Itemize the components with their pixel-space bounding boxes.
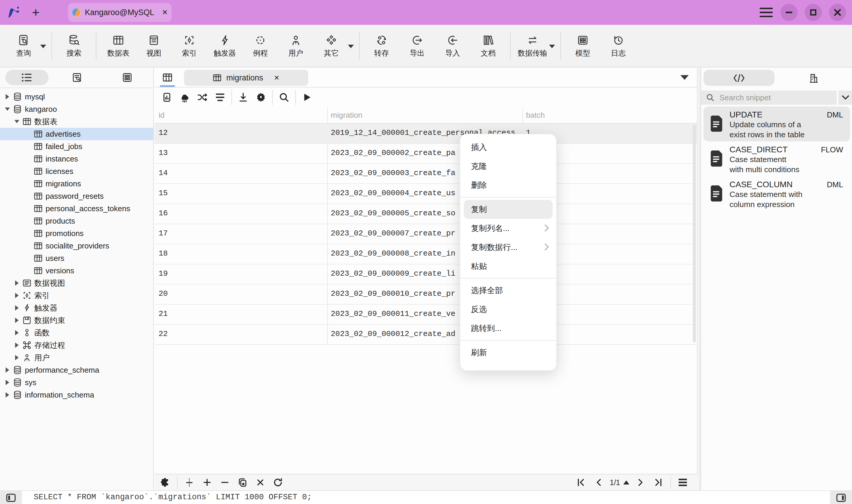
query-dropdown-arrow[interactable] (40, 45, 46, 48)
menu-item-copy-column-names[interactable]: 复制列名... (460, 219, 556, 238)
tree-item-data-views[interactable]: 数据视图 (0, 277, 153, 289)
connection-tab-close-icon[interactable]: ✕ (162, 8, 168, 17)
tree-item-mysql[interactable]: mysql (0, 90, 153, 103)
table-row[interactable]: 13 2023_02_09_000002_create_pa (155, 144, 697, 164)
menu-item-invert-selection[interactable]: 反选 (460, 300, 556, 319)
collapsed-arrow-icon[interactable] (14, 305, 19, 310)
new-tab-button[interactable]: + (32, 6, 40, 19)
menu-item-paste[interactable]: 粘贴 (460, 257, 556, 276)
table-row[interactable]: 22 2023_02_09_000012_create_ad (155, 325, 697, 345)
snippet-item-update[interactable]: UPDATE DML Update columns of a exist row… (704, 107, 850, 141)
table-row[interactable]: 12 2019_12_14_000001_create_personal_acc… (155, 124, 697, 144)
collapsed-arrow-icon[interactable] (14, 318, 19, 323)
tree-item-instances[interactable]: instances (0, 152, 153, 165)
tab-list-dropdown-arrow[interactable] (681, 75, 689, 80)
table-row[interactable]: 16 2023_02_09_000005_create_so (155, 204, 697, 224)
toolbar-docs-button[interactable]: 文档 (470, 34, 506, 58)
tree-item-socialite-providers[interactable]: socialite_providers (0, 239, 153, 252)
toolbar-tables-button[interactable]: 数据表 (101, 34, 136, 58)
toolbar-dump-button[interactable]: 转存 (364, 34, 399, 58)
tree-item-kangaroo[interactable]: kangaroo (0, 103, 153, 115)
settings-gear-icon[interactable] (253, 90, 269, 105)
migrations-tab-close-icon[interactable]: ✕ (274, 74, 279, 82)
search-icon[interactable] (276, 90, 292, 105)
table-view-tab[interactable] (159, 70, 176, 85)
toolbar-query-button[interactable]: 查询 (6, 34, 41, 58)
grid-view-icon[interactable] (120, 70, 134, 85)
menu-item-refresh[interactable]: 刷新 (460, 343, 556, 362)
cancel-edit-icon[interactable] (253, 475, 268, 489)
collapsed-arrow-icon[interactable] (14, 293, 19, 298)
tree-item-stored-procedures[interactable]: 存储过程 (0, 339, 153, 352)
maximize-button[interactable] (805, 4, 822, 21)
table-row[interactable]: 18 2023_02_09_000008_create_in (155, 244, 697, 265)
page-indicator[interactable]: 1/1 (610, 478, 620, 487)
minimize-button[interactable] (780, 4, 798, 21)
refresh-icon[interactable] (271, 475, 285, 489)
column-header-batch[interactable]: batch (526, 111, 545, 120)
cloud-sync-icon[interactable] (177, 90, 192, 105)
table-row[interactable]: 17 2023_02_09_000007_create_pr (155, 224, 697, 244)
toggle-right-panel-icon[interactable] (830, 491, 852, 504)
snippet-item-case-column[interactable]: CASE_COLUMN DML Case statementt with col… (704, 176, 850, 211)
tree-item-failed-jobs[interactable]: failed_jobs (0, 140, 153, 152)
collapsed-arrow-icon[interactable] (5, 392, 10, 397)
collapsed-arrow-icon[interactable] (14, 342, 19, 348)
table-row[interactable]: 14 2023_02_09_000003_create_fa (155, 164, 697, 184)
close-button[interactable] (829, 4, 846, 21)
object-search-icon[interactable] (70, 70, 84, 85)
snippet-filter-chevron-icon[interactable] (838, 90, 852, 105)
row-list-icon[interactable] (676, 475, 690, 489)
toolbar-transfer-button[interactable]: 数据传输 (515, 34, 550, 58)
collapsed-arrow-icon[interactable] (5, 380, 10, 385)
download-icon[interactable] (235, 90, 251, 105)
collapsed-arrow-icon[interactable] (5, 367, 10, 373)
tree-item-indexes[interactable]: 索引 (0, 289, 153, 302)
first-page-icon[interactable] (574, 475, 588, 489)
new-record-icon[interactable] (159, 90, 175, 105)
menu-item-clone[interactable]: 克隆 (460, 157, 556, 176)
toolbar-user-button[interactable]: 用户 (278, 34, 313, 58)
menu-item-delete[interactable]: 删除 (460, 176, 556, 195)
table-row[interactable]: 20 2023_02_09_000010_create_pr (155, 285, 697, 305)
collapsed-arrow-icon[interactable] (14, 281, 19, 286)
connection-tab[interactable]: Kangaroo@MySQL ✕ (68, 3, 171, 22)
prev-page-icon[interactable] (591, 475, 605, 489)
tree-item-triggers[interactable]: 触发器 (0, 302, 153, 314)
toggle-left-panel-icon[interactable] (0, 491, 22, 504)
tree-item-migrations[interactable]: migrations (0, 178, 153, 190)
menu-item-select-all[interactable]: 选择全部 (460, 281, 556, 300)
tree-item-sys[interactable]: sys (0, 376, 153, 389)
expanded-arrow-icon[interactable] (14, 119, 19, 124)
column-header-migration[interactable]: migration (331, 111, 362, 120)
table-row[interactable]: 21 2023_02_09_000011_create_ve (155, 305, 697, 325)
tree-item-advertises[interactable]: advertises (0, 128, 153, 140)
code-snippet-icon[interactable] (732, 71, 746, 85)
list-view-icon[interactable] (19, 70, 34, 85)
transfer-dropdown-arrow[interactable] (549, 45, 555, 48)
tree-item-password-resets[interactable]: password_resets (0, 190, 153, 202)
tree-item-personal-access-tokens[interactable]: personal_access_tokens (0, 202, 153, 215)
snippet-search-input[interactable] (718, 93, 827, 103)
menu-item-jump-to[interactable]: 跳转到... (460, 319, 556, 338)
collapsed-arrow-icon[interactable] (14, 355, 19, 360)
last-page-icon[interactable] (651, 475, 666, 489)
current-record-icon[interactable] (182, 475, 196, 489)
menu-item-copy[interactable]: 复制 (464, 200, 552, 219)
app-menu-icon[interactable] (759, 7, 773, 18)
tree-item-promotions[interactable]: promotions (0, 227, 153, 239)
menu-item-insert[interactable]: 插入 (460, 138, 556, 157)
snippet-item-case-direct[interactable]: CASE_DIRECT FLOW Case statementt with mu… (704, 141, 850, 176)
others-dropdown-arrow[interactable] (348, 45, 354, 48)
add-record-icon[interactable] (200, 475, 214, 489)
toolbar-import-button[interactable]: 导入 (435, 34, 470, 58)
vertical-scrollbar[interactable] (693, 125, 696, 342)
toolbar-search-button[interactable]: 搜索 (56, 34, 92, 58)
toolbar-log-button[interactable]: 日志 (600, 34, 636, 58)
tree-item-constraints[interactable]: 数据约束 (0, 314, 153, 326)
justify-lines-icon[interactable] (213, 90, 228, 105)
expanded-arrow-icon[interactable] (5, 107, 10, 112)
collapsed-arrow-icon[interactable] (14, 330, 19, 336)
duplicate-record-icon[interactable] (235, 475, 250, 489)
menu-item-copy-data-rows[interactable]: 复制数据行... (460, 238, 556, 257)
